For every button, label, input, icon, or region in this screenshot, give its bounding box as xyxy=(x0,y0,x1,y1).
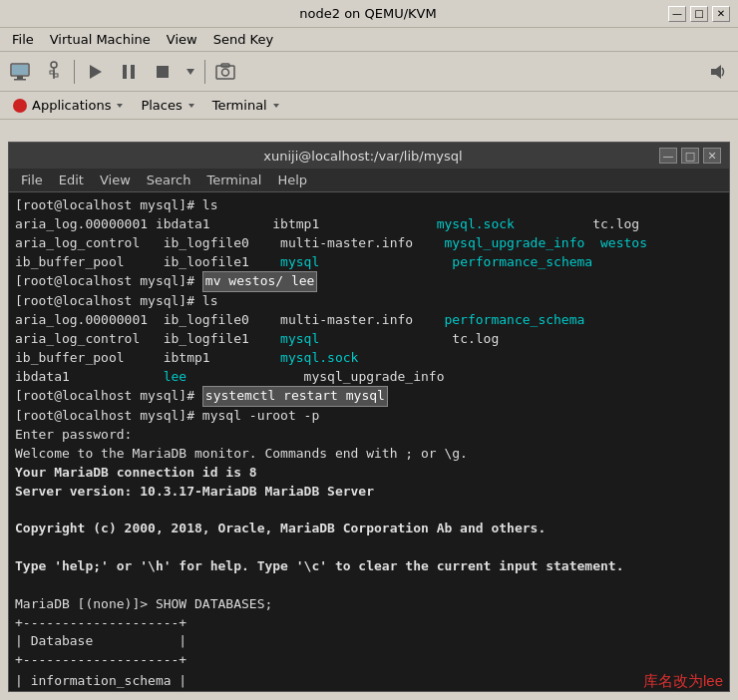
terminal-line-15: Your MariaDB connection id is 8 xyxy=(15,464,723,483)
terminal-label: Terminal xyxy=(212,98,267,113)
terminal-menu-help[interactable]: Help xyxy=(269,171,315,189)
svg-rect-2 xyxy=(14,79,26,81)
play-button[interactable] xyxy=(79,57,111,87)
svg-rect-9 xyxy=(123,65,127,79)
terminal-line-1: [root@localhost mysql]# ls xyxy=(15,196,723,215)
terminal-title-bar: xuniji@localhost:/var/lib/mysql — □ ✕ xyxy=(9,143,729,169)
toolbar xyxy=(0,52,738,92)
terminal-line-18: Type 'help;' or '\h' for help. Type '\c'… xyxy=(15,557,723,576)
svg-marker-18 xyxy=(117,104,123,108)
terminal-window: xuniji@localhost:/var/lib/mysql — □ ✕ Fi… xyxy=(8,142,730,692)
window-title: node2 on QEMU/KVM xyxy=(68,6,668,21)
terminal-line-19: MariaDB [(none)]> SHOW DATABASES; xyxy=(15,595,723,614)
annotation-text: 库名改为lee xyxy=(643,670,723,691)
audio-button[interactable] xyxy=(702,57,734,87)
maximize-button[interactable]: □ xyxy=(690,6,708,22)
app-bar: Applications Places Terminal xyxy=(0,92,738,120)
screenshot-button[interactable] xyxy=(209,57,241,87)
window-controls[interactable]: — □ ✕ xyxy=(668,6,730,22)
app-bar-places[interactable]: Places xyxy=(133,96,203,115)
pause-icon xyxy=(120,63,138,81)
terminal-line-12: [root@localhost mysql]# mysql -uroot -p xyxy=(15,407,723,426)
terminal-line-13: Enter password: xyxy=(15,426,723,445)
app-bar-applications[interactable]: Applications xyxy=(4,96,133,116)
terminal-close-button[interactable]: ✕ xyxy=(703,148,721,164)
terminal-line-blank-2 xyxy=(15,538,723,557)
close-button[interactable]: ✕ xyxy=(712,6,730,22)
svg-rect-1 xyxy=(17,76,23,79)
pause-button[interactable] xyxy=(113,57,145,87)
terminal-line-22: +--------------------+ xyxy=(15,651,723,670)
monitor-button[interactable] xyxy=(4,57,36,87)
terminal-line-6: [root@localhost mysql]# ls xyxy=(15,292,723,311)
menu-file[interactable]: File xyxy=(4,30,42,49)
cmd-mv-highlight: mv westos/ lee xyxy=(202,271,318,292)
svg-marker-19 xyxy=(188,104,194,108)
terminal-line-14: Welcome to the MariaDB monitor. Commands… xyxy=(15,445,723,464)
terminal-line-11: [root@localhost mysql]# systemctl restar… xyxy=(15,386,723,407)
menu-send-key[interactable]: Send Key xyxy=(205,30,281,49)
terminal-menu-view[interactable]: View xyxy=(92,171,139,189)
terminal-menu-file[interactable]: File xyxy=(13,171,51,189)
terminal-line-2: aria_log.00000001 ibdata1 ibtmp1 mysql.s… xyxy=(15,215,723,234)
app-bar-terminal[interactable]: Terminal xyxy=(204,96,289,115)
terminal-line-21: | Database | xyxy=(15,632,723,651)
svg-point-4 xyxy=(51,62,57,68)
places-label: Places xyxy=(141,98,182,113)
applications-icon xyxy=(12,98,28,114)
terminal-menu-terminal[interactable]: Terminal xyxy=(198,171,269,189)
svg-marker-16 xyxy=(711,65,721,79)
terminal-line-9: ib_buffer_pool ibtmp1 mysql.sock xyxy=(15,349,723,368)
terminal-title: xuniji@localhost:/var/lib/mysql xyxy=(67,149,659,164)
svg-marker-12 xyxy=(186,69,194,75)
terminal-line-blank-3 xyxy=(15,576,723,595)
dropdown-button[interactable] xyxy=(181,57,200,87)
terminal-controls[interactable]: — □ ✕ xyxy=(659,148,721,164)
applications-label: Applications xyxy=(32,98,111,113)
toolbar-sep-1 xyxy=(74,60,75,84)
terminal-line-7: aria_log.00000001 ib_logfile0 multi-mast… xyxy=(15,311,723,330)
terminal-line-10: ibdata1 lee mysql_upgrade_info xyxy=(15,368,723,387)
cmd-systemctl-highlight: systemctl restart mysql xyxy=(202,386,388,407)
toolbar-sep-2 xyxy=(204,60,205,84)
stop-icon xyxy=(154,63,172,81)
menu-virtual-machine[interactable]: Virtual Machine xyxy=(42,30,159,49)
svg-point-14 xyxy=(222,69,229,76)
terminal-line-20: +--------------------+ xyxy=(15,614,723,633)
chevron-down-icon xyxy=(185,67,195,77)
svg-marker-8 xyxy=(90,65,102,79)
terminal-line-23: | information_schema | 库名改为lee xyxy=(15,670,723,691)
places-chevron-icon xyxy=(186,101,196,111)
svg-point-17 xyxy=(13,99,27,113)
svg-rect-11 xyxy=(157,66,169,78)
monitor-icon xyxy=(9,61,31,83)
terminal-line-16: Server version: 10.3.17-MariaDB MariaDB … xyxy=(15,483,723,502)
applications-chevron-icon xyxy=(115,101,125,111)
terminal-line-17: Copyright (c) 2000, 2018, Oracle, MariaD… xyxy=(15,520,723,538)
menu-view[interactable]: View xyxy=(159,30,205,49)
minimize-button[interactable]: — xyxy=(668,6,686,22)
camera-icon xyxy=(214,61,236,83)
terminal-menu-search[interactable]: Search xyxy=(139,171,199,189)
svg-rect-3 xyxy=(12,65,28,75)
outer-menu-bar: File Virtual Machine View Send Key xyxy=(0,28,738,52)
terminal-line-blank-1 xyxy=(15,502,723,521)
svg-rect-13 xyxy=(216,66,234,79)
terminal-menu-edit[interactable]: Edit xyxy=(51,171,92,189)
terminal-maximize-button[interactable]: □ xyxy=(681,148,699,164)
svg-rect-10 xyxy=(131,65,135,79)
audio-icon xyxy=(709,63,727,81)
terminal-line-5: [root@localhost mysql]# mv westos/ lee xyxy=(15,271,723,292)
outer-title-bar: node2 on QEMU/KVM — □ ✕ xyxy=(0,0,738,28)
terminal-line-4: ib_buffer_pool ib_loofile1 mysql perform… xyxy=(15,253,723,272)
terminal-line-8: aria_log_control ib_logfile1 mysql tc.lo… xyxy=(15,330,723,349)
usb-icon xyxy=(44,61,64,83)
terminal-content[interactable]: [root@localhost mysql]# ls aria_log.0000… xyxy=(9,192,729,691)
play-icon xyxy=(86,63,104,81)
terminal-line-3: aria_log_control ib_logfile0 multi-maste… xyxy=(15,234,723,253)
usb-button[interactable] xyxy=(38,57,70,87)
terminal-menu-bar: File Edit View Search Terminal Help xyxy=(9,169,729,192)
stop-button[interactable] xyxy=(147,57,179,87)
terminal-chevron-icon xyxy=(271,101,281,111)
terminal-minimize-button[interactable]: — xyxy=(659,148,677,164)
